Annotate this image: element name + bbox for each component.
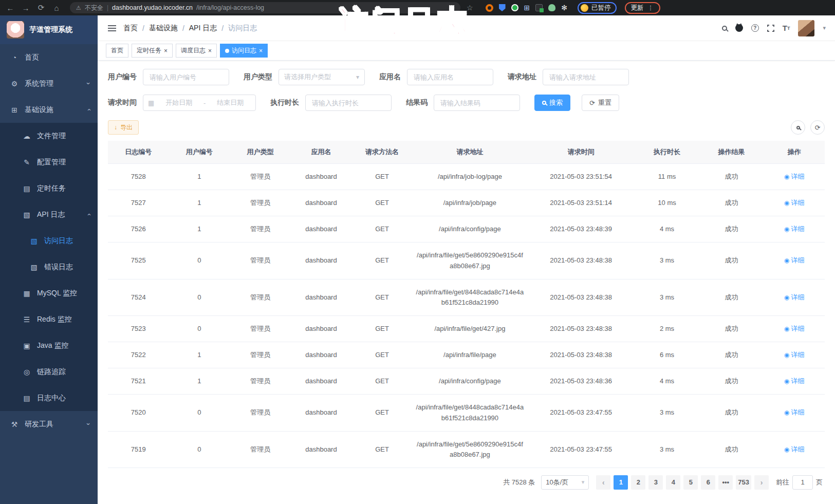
sidebar-item-scheduled-jobs[interactable]: ▤定时任务: [0, 175, 98, 201]
cell-user-id: 1: [169, 190, 230, 216]
browser-back-icon[interactable]: ←: [5, 4, 15, 12]
extension-shield-icon[interactable]: [499, 4, 506, 11]
browser-update-button[interactable]: 更新 ⋮: [625, 2, 660, 14]
detail-link[interactable]: ◉ 详细: [784, 173, 805, 180]
extension-person-icon[interactable]: [548, 4, 555, 11]
bookmark-star-icon[interactable]: ☆: [467, 4, 473, 12]
page-button-2[interactable]: 2: [631, 475, 645, 490]
chevron-down-icon: ▾: [356, 73, 359, 81]
refresh-table-button[interactable]: ⟳: [810, 120, 825, 135]
sidebar-item-access-log[interactable]: ▧访问日志: [0, 228, 98, 254]
tab-home[interactable]: 首页: [106, 44, 128, 58]
page-button-6[interactable]: 6: [701, 475, 715, 490]
cell-result: 成功: [699, 279, 764, 315]
active-dot-icon: [225, 49, 229, 53]
page-button-4[interactable]: 4: [666, 475, 680, 490]
sidebar-item-trace[interactable]: ◎链路追踪: [0, 359, 98, 385]
goto-page-input[interactable]: [792, 475, 813, 490]
page-button-753[interactable]: 753: [736, 475, 751, 490]
end-date-placeholder: 结束日期: [210, 98, 251, 107]
page-button-1[interactable]: 1: [614, 475, 628, 490]
app-name-input[interactable]: [407, 69, 493, 85]
close-icon[interactable]: ×: [164, 47, 168, 54]
detail-link[interactable]: ◉ 详细: [784, 445, 805, 453]
extension-green-icon[interactable]: [511, 4, 518, 11]
address-bar[interactable]: ⚠ 不安全 | dashboard.yudao.iocoder.cn/infra…: [70, 2, 460, 13]
browser-forward-icon[interactable]: →: [21, 4, 31, 12]
sidebar-item-dev-tools[interactable]: ⚒研发工具›: [0, 411, 98, 437]
column-header: 请求地址: [413, 141, 527, 164]
user-avatar[interactable]: [798, 20, 814, 36]
request-url-input[interactable]: [543, 69, 629, 85]
reset-button[interactable]: ⟳重置: [582, 95, 619, 111]
tab-access-log[interactable]: 访问日志×: [220, 44, 268, 58]
sidebar-item-error-log[interactable]: ▧错误日志: [0, 254, 98, 280]
request-time-range-picker[interactable]: ▦开始日期-结束日期: [143, 95, 256, 111]
extension-puzzle-icon[interactable]: ⊞: [524, 4, 530, 11]
breadcrumb-item[interactable]: API 日志: [189, 24, 217, 33]
export-label: 导出: [120, 123, 133, 132]
sidebar-item-infrastructure[interactable]: ⊞基础设施›: [0, 97, 98, 123]
detail-link[interactable]: ◉ 详细: [784, 325, 805, 332]
sidebar-item-log-center[interactable]: ▤日志中心: [0, 385, 98, 411]
fullscreen-icon[interactable]: [767, 25, 774, 32]
cell-duration: 6 ms: [635, 342, 699, 368]
toggle-search-button[interactable]: [791, 120, 805, 135]
cell-user-type: 管理员: [230, 395, 291, 431]
user-id-input[interactable]: [143, 69, 229, 85]
page-button-5[interactable]: 5: [683, 475, 698, 490]
sidebar-item-java-monitor[interactable]: ▣Java 监控: [0, 332, 98, 359]
breadcrumb-item[interactable]: 基础设施: [149, 24, 178, 33]
result-code-input[interactable]: [434, 95, 520, 111]
user-type-select[interactable]: 请选择用户类型▾: [279, 69, 365, 85]
next-page-button[interactable]: ›: [754, 475, 769, 490]
app-logo: [7, 21, 24, 39]
sidebar-item-label: 日志中心: [37, 394, 66, 403]
sidebar-item-api-log[interactable]: ▧API 日志›: [0, 201, 98, 228]
browser-home-icon[interactable]: ⌂: [51, 4, 62, 12]
extension-pinwheel-icon[interactable]: ✻: [561, 4, 567, 11]
detail-link[interactable]: ◉ 详细: [784, 351, 805, 359]
close-icon[interactable]: ×: [208, 47, 212, 54]
cell-actions: ◉ 详细: [764, 190, 825, 216]
prev-page-button[interactable]: ‹: [596, 475, 610, 490]
github-icon[interactable]: [735, 24, 743, 32]
breadcrumb-item[interactable]: 首页: [123, 24, 138, 33]
font-size-icon[interactable]: TT: [783, 24, 790, 32]
header-search-icon[interactable]: [722, 26, 727, 31]
detail-link[interactable]: ◉ 详细: [784, 408, 805, 416]
sidebar: 芋道管理系统 ◔首页⚙系统管理›⊞基础设施›☁文件管理✎配置管理▤定时任务▧AP…: [0, 15, 98, 504]
export-button[interactable]: ↓ 导出: [108, 120, 139, 135]
hamburger-icon[interactable]: [108, 28, 116, 29]
tab-schedule-log[interactable]: 调度日志×: [176, 44, 217, 58]
detail-link[interactable]: ◉ 详细: [784, 256, 805, 264]
avatar-caret-icon[interactable]: ▾: [823, 25, 826, 31]
sidebar-item-system-mgmt[interactable]: ⚙系统管理›: [0, 70, 98, 97]
more-pages-button[interactable]: •••: [718, 475, 733, 490]
detail-link[interactable]: ◉ 详细: [784, 293, 805, 301]
app-logo-header[interactable]: 芋道管理系统: [0, 15, 98, 44]
sidebar-item-home[interactable]: ◔首页: [0, 44, 98, 70]
profile-paused-badge[interactable]: 已暂停: [578, 2, 617, 14]
sidebar-item-mysql-monitor[interactable]: ▦MySQL 监控: [0, 280, 98, 306]
sidebar-item-file-mgmt[interactable]: ☁文件管理: [0, 123, 98, 149]
page-size-select[interactable]: 10条/页 ▾: [541, 475, 589, 490]
browser-menu-icon[interactable]: ⋮: [648, 5, 654, 11]
sidebar-item-config-mgmt[interactable]: ✎配置管理: [0, 149, 98, 175]
extension-donut-icon[interactable]: [486, 4, 493, 12]
sidebar-item-redis-monitor[interactable]: ☰Redis 监控: [0, 306, 98, 332]
tab-scheduled-jobs[interactable]: 定时任务×: [132, 44, 173, 58]
help-icon[interactable]: ?: [751, 24, 759, 32]
page-button-3[interactable]: 3: [648, 475, 663, 490]
browser-reload-icon[interactable]: ⟳: [36, 3, 46, 12]
detail-link[interactable]: ◉ 详细: [784, 199, 805, 207]
cell-user-id: 1: [169, 342, 230, 368]
close-icon[interactable]: ×: [259, 47, 263, 54]
total-count-label: 共 7528 条: [503, 478, 535, 487]
extension-translate-icon[interactable]: [535, 4, 543, 11]
detail-link[interactable]: ◉ 详细: [784, 225, 805, 233]
detail-link[interactable]: ◉ 详细: [784, 377, 805, 385]
search-button[interactable]: 搜索: [534, 95, 570, 111]
duration-input[interactable]: [305, 95, 392, 111]
cell-app: dashboard: [291, 164, 352, 190]
